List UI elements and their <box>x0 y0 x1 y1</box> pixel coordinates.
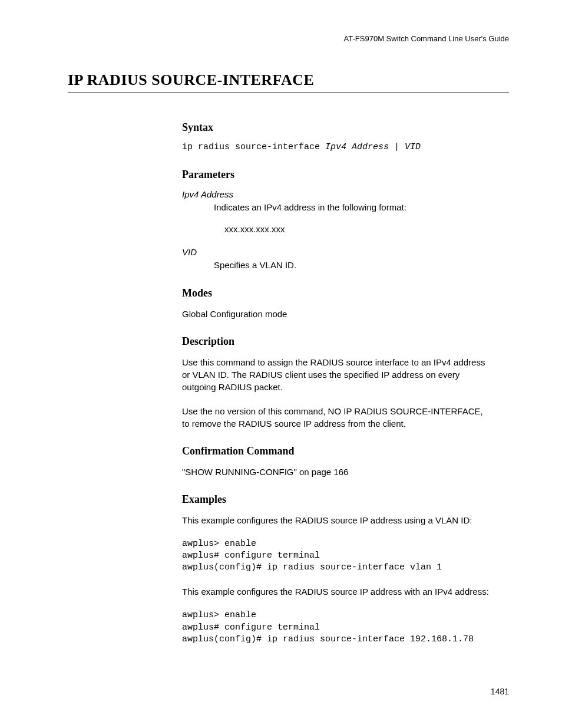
syntax-heading: Syntax <box>182 121 491 134</box>
content-body: Syntax ip radius source-interface Ipv4 A… <box>182 121 491 645</box>
description-para2: Use the no version of this command, NO I… <box>182 405 491 430</box>
page-number: 1481 <box>491 687 509 696</box>
examples-heading: Examples <box>182 493 491 506</box>
syntax-command-line: ip radius source-interface Ipv4 Address … <box>182 142 491 152</box>
syntax-command: ip radius source-interface <box>182 142 325 152</box>
confirmation-heading: Confirmation Command <box>182 445 491 457</box>
param-vid-name: VID <box>182 247 491 257</box>
example2-code: awplus> enable awplus# configure termina… <box>182 610 491 645</box>
description-heading: Description <box>182 335 491 348</box>
example1-intro: This example configures the RADIUS sourc… <box>182 514 491 526</box>
command-title: IP RADIUS SOURCE-INTERFACE <box>68 71 509 93</box>
param-vid-desc: Specifies a VLAN ID. <box>214 259 491 271</box>
description-para1: Use this command to assign the RADIUS so… <box>182 356 491 393</box>
page-header: AT-FS970M Switch Command Line User's Gui… <box>68 34 509 43</box>
param-ipv4-name: Ipv4 Address <box>182 189 491 199</box>
example1-code: awplus> enable awplus# configure termina… <box>182 538 491 574</box>
example2-intro: This example configures the RADIUS sourc… <box>182 585 491 598</box>
param-ipv4-desc: Indicates an IPv4 address in the followi… <box>214 202 491 213</box>
parameters-heading: Parameters <box>182 169 491 181</box>
syntax-param2: VID <box>405 142 421 152</box>
confirmation-text: "SHOW RUNNING-CONFIG" on page 166 <box>182 466 491 478</box>
param-ipv4-format: xxx.xxx.xxx.xxx <box>224 224 491 234</box>
modes-heading: Modes <box>182 287 491 299</box>
syntax-param1: Ipv4 Address <box>325 142 389 152</box>
syntax-separator: | <box>389 142 405 152</box>
modes-text: Global Configuration mode <box>182 308 491 320</box>
